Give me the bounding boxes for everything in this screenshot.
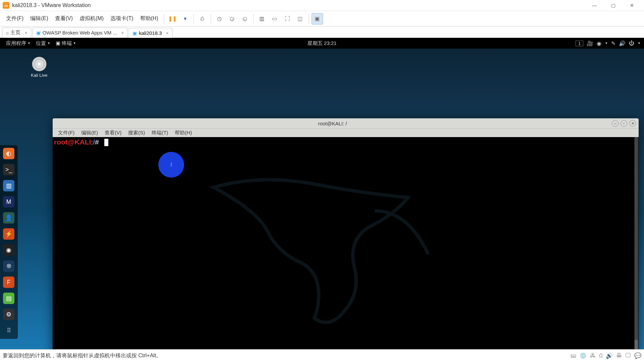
fullscreen-button[interactable]: ▣ bbox=[312, 13, 323, 24]
dock-zenmap[interactable]: ◉ bbox=[3, 244, 14, 256]
leafpad-icon: ▤ bbox=[6, 295, 12, 302]
clock-gear-icon: ◵ bbox=[243, 15, 247, 22]
dock-metasploit[interactable]: M bbox=[3, 196, 14, 207]
stretch-button[interactable]: ⛶ bbox=[282, 13, 293, 24]
menu-help[interactable]: 帮助(H) bbox=[137, 14, 162, 23]
power-dropdown[interactable]: ▾ bbox=[179, 13, 191, 24]
dock-show-apps[interactable]: ⠿ bbox=[3, 325, 14, 336]
tray-hdd-icon[interactable]: 🖴 bbox=[571, 352, 576, 359]
fullscreen-icon: ▣ bbox=[315, 15, 320, 22]
scrollbar-thumb[interactable] bbox=[635, 340, 638, 349]
snapshot-revert-button[interactable]: ◶ bbox=[226, 13, 238, 24]
tray-display-icon[interactable]: 🖵 bbox=[625, 352, 631, 359]
terminal-scrollbar[interactable] bbox=[634, 137, 639, 349]
desktop-icon-label: Kali Live bbox=[31, 73, 47, 78]
chevron-down-icon: ▼ bbox=[638, 42, 641, 45]
chevron-down-icon: ▼ bbox=[47, 42, 50, 45]
dock-burp[interactable]: ⚡ bbox=[3, 228, 14, 240]
terminal-icon: ▣ bbox=[56, 40, 60, 46]
host-menubar: 文件(F) 编辑(E) 查看(V) 虚拟机(M) 选项卡(T) 帮助(H) ❚❚… bbox=[0, 11, 644, 26]
minimize-button[interactable]: — bbox=[585, 0, 604, 11]
volume-icon[interactable]: 🔊 bbox=[619, 40, 626, 47]
workspace-indicator[interactable]: 1 bbox=[576, 41, 583, 46]
dock: ◐ >_ ▥ M 👤 ⚡ ◉ ❊ F ▤ ⚙ ⠿ bbox=[0, 145, 18, 339]
term-menu-view[interactable]: 查看(V) bbox=[101, 130, 125, 136]
camera-icon[interactable]: 🎥 bbox=[587, 40, 593, 47]
toolbar-separator bbox=[253, 14, 254, 23]
tab-home[interactable]: ⌂ 主页 × bbox=[2, 27, 31, 38]
term-menu-help[interactable]: 帮助(H) bbox=[171, 130, 195, 136]
maximize-button[interactable]: ▢ bbox=[604, 0, 623, 11]
screen-icon: ⎙ bbox=[201, 16, 204, 22]
tab-close-button[interactable]: × bbox=[24, 30, 27, 36]
accessibility-icon[interactable]: ◉ bbox=[597, 40, 601, 47]
terminal-menubar: 文件(F) 编辑(E) 查看(V) 搜索(S) 终端(T) 帮助(H) bbox=[53, 128, 639, 137]
brush-icon[interactable]: ✎ bbox=[611, 40, 615, 47]
toolbar-separator bbox=[194, 14, 194, 23]
pause-button[interactable]: ❚❚ bbox=[167, 13, 178, 24]
tab-owasp[interactable]: ▣ OWASP Broken Web Apps VM ... × bbox=[33, 27, 128, 38]
snapshot-button[interactable]: ◷ bbox=[214, 13, 225, 24]
desktop-icon-kali-live[interactable]: Kali Live bbox=[31, 57, 47, 78]
tab-close-button[interactable]: × bbox=[121, 30, 124, 36]
menu-view[interactable]: 查看(V) bbox=[52, 14, 76, 23]
menu-tabs[interactable]: 选项卡(T) bbox=[107, 14, 137, 23]
terminal-titlebar[interactable]: root@KALI: / – ▫ ✕ bbox=[53, 118, 639, 128]
cursor-indicator: I bbox=[158, 152, 184, 178]
view-thumbnail-button[interactable]: ▭ bbox=[269, 13, 280, 24]
dock-faraday[interactable]: F bbox=[3, 277, 14, 288]
power-icon[interactable]: ⏻ bbox=[629, 40, 634, 46]
terminal-icon: >_ bbox=[5, 166, 12, 173]
terminal-close-button[interactable]: ✕ bbox=[629, 120, 636, 127]
term-menu-terminal[interactable]: 终端(T) bbox=[148, 130, 171, 136]
folder-icon: ▥ bbox=[6, 182, 12, 189]
host-tabs: ⌂ 主页 × ▣ OWASP Broken Web Apps VM ... × … bbox=[0, 26, 644, 38]
vm-icon: ▣ bbox=[36, 30, 41, 36]
tray-network-icon[interactable]: 🖧 bbox=[590, 352, 596, 359]
tab-kali[interactable]: ▣ kali2018.3 × bbox=[129, 28, 172, 38]
prompt-user: root@KALI bbox=[54, 138, 91, 146]
places-menu[interactable]: 位置▼ bbox=[33, 40, 53, 47]
tray-message-icon[interactable]: 💬 bbox=[634, 352, 641, 359]
clock[interactable]: 星期五 23:21 bbox=[305, 40, 339, 47]
close-button[interactable]: ✕ bbox=[623, 0, 641, 11]
tab-close-button[interactable]: × bbox=[166, 31, 169, 36]
unity-button[interactable]: ◫ bbox=[294, 13, 306, 24]
scrollbar-track bbox=[635, 137, 638, 349]
dock-files[interactable]: ▥ bbox=[3, 180, 14, 191]
menu-edit[interactable]: 编辑(E) bbox=[27, 14, 51, 23]
dock-firefox[interactable]: ◐ bbox=[3, 148, 14, 159]
tray-printer-icon[interactable]: 🖶 bbox=[616, 352, 622, 359]
disc-icon bbox=[32, 57, 47, 71]
stretch-icon: ⛶ bbox=[285, 16, 290, 22]
dock-maltego[interactable]: ❊ bbox=[3, 260, 14, 272]
view-console-button[interactable]: ▥ bbox=[256, 13, 268, 24]
applications-menu[interactable]: 应用程序▼ bbox=[3, 40, 33, 47]
snapshot-manager-button[interactable]: ◵ bbox=[239, 13, 251, 24]
tray-sound-icon[interactable]: 🔊 bbox=[606, 352, 613, 359]
host-window-title: kali2018.3 - VMware Workstation bbox=[12, 2, 585, 8]
terminal-window: root@KALI: / – ▫ ✕ 文件(F) 编辑(E) 查看(V) 搜索(… bbox=[53, 118, 639, 349]
terminal-maximize-button[interactable]: ▫ bbox=[621, 120, 627, 127]
prompt-symbol: # bbox=[95, 138, 99, 146]
menu-vm[interactable]: 虚拟机(M) bbox=[76, 14, 107, 23]
toolbar-separator bbox=[211, 14, 211, 23]
dock-armitage[interactable]: 👤 bbox=[3, 212, 14, 224]
term-menu-search[interactable]: 搜索(S) bbox=[125, 130, 148, 136]
send-ctrl-alt-del-button[interactable]: ⎙ bbox=[197, 13, 208, 24]
tray-usb-icon[interactable]: ⎙ bbox=[599, 352, 602, 359]
menu-file[interactable]: 文件(F) bbox=[3, 14, 27, 23]
tray-cd-icon[interactable]: 💿 bbox=[580, 352, 587, 359]
term-menu-file[interactable]: 文件(F) bbox=[55, 130, 78, 136]
tab-label: kali2018.3 bbox=[139, 30, 162, 36]
kali-dragon-watermark bbox=[194, 161, 435, 348]
terminal-app-menu[interactable]: ▣终端▼ bbox=[53, 40, 79, 47]
terminal-body[interactable]: root@KALI:/# bbox=[53, 137, 639, 349]
grid-icon: ⠿ bbox=[7, 327, 11, 334]
term-menu-edit[interactable]: 编辑(E) bbox=[78, 130, 101, 136]
dock-tweaks[interactable]: ⚙ bbox=[3, 309, 14, 320]
burp-icon: ⚡ bbox=[5, 230, 12, 238]
terminal-minimize-button[interactable]: – bbox=[612, 120, 619, 127]
dock-leafpad[interactable]: ▤ bbox=[3, 293, 14, 304]
dock-terminal[interactable]: >_ bbox=[3, 164, 14, 175]
